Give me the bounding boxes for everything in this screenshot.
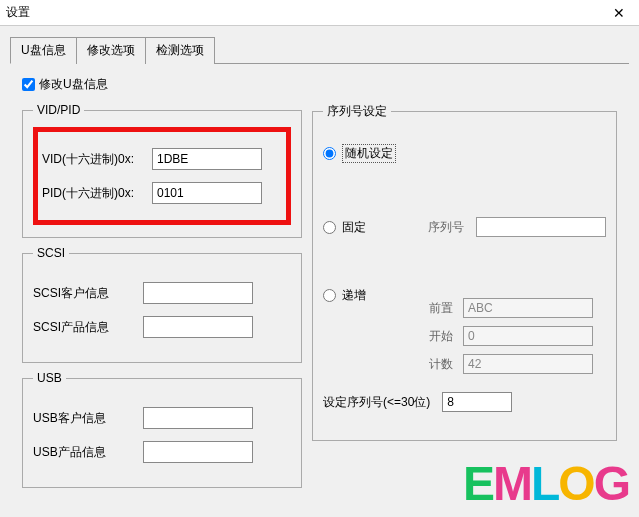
prefix-label: 前置 bbox=[413, 300, 453, 317]
scsi-customer-label: SCSI客户信息 bbox=[33, 285, 143, 302]
radio-fixed-label: 固定 bbox=[342, 219, 366, 236]
prefix-input[interactable] bbox=[463, 298, 593, 318]
group-scsi: SCSI SCSI客户信息 SCSI产品信息 bbox=[22, 246, 302, 363]
usb-product-label: USB产品信息 bbox=[33, 444, 143, 461]
panel-usb-info: 修改U盘信息 VID/PID VID(十六进制)0x: PID(十六进制)0x: bbox=[10, 64, 629, 508]
radio-fixed-input[interactable] bbox=[323, 221, 336, 234]
close-button[interactable]: ✕ bbox=[599, 0, 639, 26]
radio-random-label: 随机设定 bbox=[342, 144, 396, 163]
group-vid-pid: VID/PID VID(十六进制)0x: PID(十六进制)0x: bbox=[22, 103, 302, 238]
emlog-logo: EMLOG bbox=[463, 456, 629, 511]
scsi-product-label: SCSI产品信息 bbox=[33, 319, 143, 336]
radio-increment-label: 递增 bbox=[342, 287, 366, 304]
title-bar: 设置 ✕ bbox=[0, 0, 639, 26]
group-serial: 序列号设定 随机设定 固定 序列号 递增 bbox=[312, 103, 617, 441]
pid-input[interactable] bbox=[152, 182, 262, 204]
legend-serial: 序列号设定 bbox=[323, 103, 391, 120]
seq-label: 设定序列号(<=30位) bbox=[323, 394, 430, 411]
legend-usb: USB bbox=[33, 371, 66, 385]
usb-product-input[interactable] bbox=[143, 441, 253, 463]
legend-scsi: SCSI bbox=[33, 246, 69, 260]
checkbox-modify-usb-label: 修改U盘信息 bbox=[39, 76, 108, 93]
tab-usb-info[interactable]: U盘信息 bbox=[10, 37, 77, 64]
fixed-serial-label: 序列号 bbox=[428, 219, 464, 236]
radio-random[interactable]: 随机设定 bbox=[323, 144, 606, 163]
seq-row: 设定序列号(<=30位) bbox=[323, 392, 606, 412]
vid-label: VID(十六进制)0x: bbox=[42, 151, 152, 168]
fixed-serial-input[interactable] bbox=[476, 217, 606, 237]
count-input[interactable] bbox=[463, 354, 593, 374]
vid-input[interactable] bbox=[152, 148, 262, 170]
tab-detect-options[interactable]: 检测选项 bbox=[145, 37, 215, 64]
checkbox-modify-usb[interactable]: 修改U盘信息 bbox=[22, 76, 617, 93]
radio-random-input[interactable] bbox=[323, 147, 336, 160]
count-label: 计数 bbox=[413, 356, 453, 373]
tab-bar: U盘信息 修改选项 检测选项 bbox=[10, 36, 629, 64]
radio-fixed[interactable]: 固定 序列号 bbox=[323, 217, 606, 237]
legend-vid-pid: VID/PID bbox=[33, 103, 84, 117]
checkbox-modify-usb-input[interactable] bbox=[22, 78, 35, 91]
seq-input[interactable] bbox=[442, 392, 512, 412]
start-label: 开始 bbox=[413, 328, 453, 345]
scsi-product-input[interactable] bbox=[143, 316, 253, 338]
group-usb: USB USB客户信息 USB产品信息 bbox=[22, 371, 302, 488]
scsi-customer-input[interactable] bbox=[143, 282, 253, 304]
usb-customer-input[interactable] bbox=[143, 407, 253, 429]
pid-label: PID(十六进制)0x: bbox=[42, 185, 152, 202]
start-input[interactable] bbox=[463, 326, 593, 346]
tab-modify-options[interactable]: 修改选项 bbox=[76, 37, 146, 64]
close-icon: ✕ bbox=[613, 5, 625, 21]
usb-customer-label: USB客户信息 bbox=[33, 410, 143, 427]
vid-pid-highlight: VID(十六进制)0x: PID(十六进制)0x: bbox=[33, 127, 291, 225]
window-title: 设置 bbox=[6, 4, 30, 21]
radio-increment-input[interactable] bbox=[323, 289, 336, 302]
